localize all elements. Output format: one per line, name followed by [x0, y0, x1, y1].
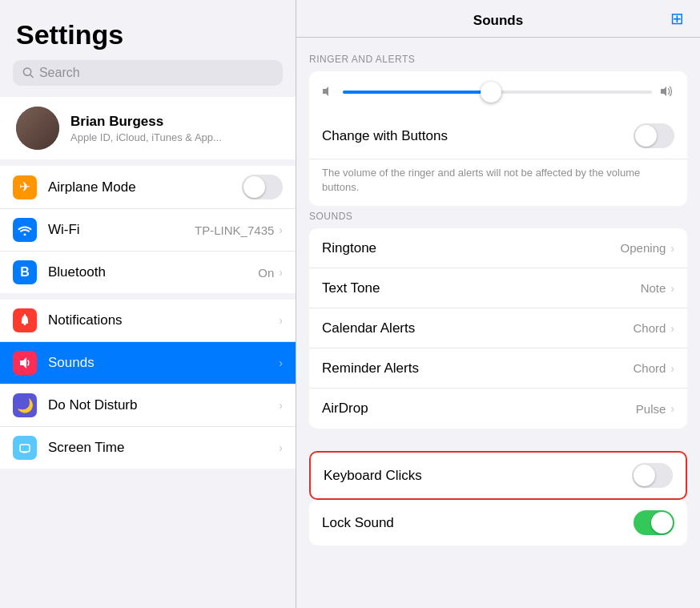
donotdisturb-icon: 🌙 — [13, 393, 37, 417]
profile-subtitle: Apple ID, iCloud, iTunes & App... — [70, 131, 222, 143]
chevron-icon: › — [279, 223, 283, 236]
chevron-icon: › — [670, 362, 674, 375]
sidebar-item-donotdisturb[interactable]: 🌙 Do Not Disturb › — [0, 385, 296, 427]
ringtone-label: Ringtone — [322, 240, 621, 256]
bluetooth-value: On — [258, 266, 274, 280]
page-title: Settings — [0, 0, 296, 60]
ringer-hint-text: The volume of the ringer and alerts will… — [309, 159, 687, 206]
calendar-alerts-row[interactable]: Calendar Alerts Chord › — [309, 308, 687, 348]
toggle-knob — [634, 465, 655, 486]
chevron-icon: › — [670, 242, 674, 255]
sidebar-item-label: Notifications — [48, 312, 279, 328]
calendar-alerts-value: Chord — [633, 321, 666, 335]
left-panel: Settings Brian Burgess Apple ID, iCloud,… — [0, 0, 296, 608]
sounds-rows-group: Ringtone Opening › Text Tone Note › Cale… — [309, 228, 687, 429]
sidebar-item-wifi[interactable]: Wi-Fi TP-LINK_7435 › — [0, 209, 296, 252]
svg-point-3 — [24, 314, 26, 316]
sidebar-item-notifications[interactable]: Notifications › — [0, 300, 296, 342]
svg-rect-2 — [24, 324, 26, 325]
sidebar-item-screentime[interactable]: Screen Time › — [0, 427, 296, 469]
right-header: Sounds ⊞ — [296, 0, 700, 38]
text-tone-value: Note — [641, 281, 666, 295]
sidebar-item-label: Screen Time — [48, 440, 279, 456]
slider-thumb — [481, 82, 501, 103]
keyboard-clicks-toggle[interactable] — [632, 463, 673, 488]
chevron-icon: › — [279, 314, 283, 327]
svg-marker-8 — [661, 87, 666, 96]
volume-low-icon — [322, 85, 335, 100]
ringer-group: Change with Buttons The volume of the ri… — [309, 71, 687, 206]
svg-line-1 — [30, 74, 33, 77]
airplane-icon: ✈ — [13, 175, 37, 199]
chevron-icon: › — [279, 356, 283, 369]
airplane-mode-toggle[interactable] — [242, 175, 283, 199]
chevron-icon: › — [279, 266, 283, 279]
search-input[interactable] — [39, 66, 273, 80]
grid-icon[interactable]: ⊞ — [670, 9, 684, 28]
settings-group-connectivity: ✈ Airplane Mode Wi-Fi TP-LINK_7435 › — [0, 166, 296, 293]
svg-rect-5 — [20, 445, 30, 452]
sidebar-item-label: Sounds — [48, 355, 279, 371]
bluetooth-icon: B — [13, 260, 37, 284]
lock-sound-row[interactable]: Lock Sound — [309, 500, 687, 546]
avatar — [16, 107, 59, 150]
svg-marker-7 — [323, 87, 328, 96]
text-tone-row[interactable]: Text Tone Note › — [309, 268, 687, 308]
reminder-alerts-label: Reminder Alerts — [322, 360, 633, 376]
change-with-buttons-label: Change with Buttons — [322, 128, 634, 144]
chevron-icon: › — [670, 322, 674, 335]
sidebar-item-label: Bluetooth — [48, 264, 258, 280]
airdrop-value: Pulse — [636, 402, 666, 416]
ringtone-row[interactable]: Ringtone Opening › — [309, 228, 687, 268]
ringer-slider-row — [322, 84, 674, 100]
lock-sound-label: Lock Sound — [322, 515, 634, 531]
profile-row[interactable]: Brian Burgess Apple ID, iCloud, iTunes &… — [0, 97, 296, 159]
screentime-icon — [13, 436, 37, 460]
keyboard-clicks-row[interactable]: Keyboard Clicks — [309, 451, 687, 500]
reminder-alerts-value: Chord — [633, 361, 666, 375]
sidebar-item-bluetooth[interactable]: B Bluetooth On › — [0, 252, 296, 293]
airdrop-row[interactable]: AirDrop Pulse › — [309, 389, 687, 429]
toggle-knob — [635, 125, 657, 147]
wifi-icon — [13, 218, 37, 242]
right-content: RINGER AND ALERTS — [296, 38, 700, 608]
chevron-icon: › — [670, 282, 674, 295]
sidebar-item-sounds[interactable]: Sounds › — [0, 342, 296, 385]
sidebar-item-label: Wi-Fi — [48, 222, 195, 238]
ringer-slider-section — [309, 71, 687, 113]
sounds-section-label: SOUNDS — [296, 211, 700, 228]
notifications-icon — [13, 308, 37, 332]
toggle-knob — [651, 512, 673, 534]
chevron-icon: › — [670, 402, 674, 415]
sidebar-item-airplane[interactable]: ✈ Airplane Mode — [0, 166, 296, 209]
right-panel: Sounds ⊞ RINGER AND ALERTS — [296, 0, 700, 608]
search-icon — [22, 66, 34, 79]
svg-marker-4 — [20, 357, 26, 368]
chevron-icon: › — [279, 441, 283, 454]
ringtone-value: Opening — [621, 241, 666, 255]
text-tone-label: Text Tone — [322, 280, 641, 296]
search-bar[interactable] — [13, 60, 283, 86]
calendar-alerts-label: Calendar Alerts — [322, 320, 633, 336]
keyboard-clicks-label: Keyboard Clicks — [324, 468, 632, 484]
sidebar-item-label: Do Not Disturb — [48, 397, 279, 413]
slider-fill — [343, 91, 491, 94]
ringer-slider[interactable] — [343, 84, 652, 100]
settings-group-general: Notifications › Sounds › 🌙 Do Not Distur… — [0, 300, 296, 469]
chevron-icon: › — [279, 399, 283, 412]
lock-sound-group: Lock Sound — [309, 500, 687, 546]
airdrop-label: AirDrop — [322, 401, 636, 417]
left-list: Brian Burgess Apple ID, iCloud, iTunes &… — [0, 97, 296, 608]
change-with-buttons-toggle[interactable] — [634, 123, 674, 148]
lock-sound-toggle[interactable] — [634, 510, 674, 535]
reminder-alerts-row[interactable]: Reminder Alerts Chord › — [309, 348, 687, 389]
volume-high-icon — [660, 85, 674, 100]
profile-name: Brian Burgess — [70, 114, 222, 130]
toggle-knob — [243, 176, 265, 198]
sounds-icon — [13, 351, 37, 375]
svg-rect-6 — [22, 452, 27, 453]
sidebar-item-label: Airplane Mode — [48, 179, 242, 195]
right-title: Sounds — [473, 13, 523, 29]
wifi-value: TP-LINK_7435 — [195, 223, 274, 237]
change-with-buttons-row: Change with Buttons — [309, 113, 687, 159]
